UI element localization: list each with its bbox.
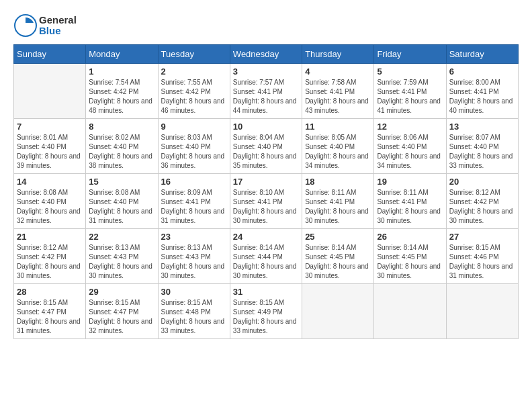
calendar-table: SundayMondayTuesdayWednesdayThursdayFrid…: [13, 44, 519, 339]
calendar-cell: [14, 64, 86, 119]
calendar-cell: 25Sunrise: 8:14 AMSunset: 4:45 PMDayligh…: [302, 229, 374, 284]
day-number: 6: [449, 66, 515, 77]
day-of-week-header: Monday: [86, 45, 158, 64]
day-info: Sunrise: 8:14 AMSunset: 4:45 PMDaylight:…: [305, 243, 371, 281]
calendar-cell: 21Sunrise: 8:12 AMSunset: 4:42 PMDayligh…: [14, 229, 86, 284]
calendar-cell: 5Sunrise: 7:59 AMSunset: 4:41 PMDaylight…: [374, 64, 446, 119]
calendar-week-row: 7Sunrise: 8:01 AMSunset: 4:40 PMDaylight…: [14, 119, 519, 174]
day-number: 8: [89, 122, 154, 132]
day-number: 11: [305, 122, 371, 132]
day-info: Sunrise: 8:14 AMSunset: 4:45 PMDaylight:…: [377, 243, 443, 281]
day-info: Sunrise: 8:15 AMSunset: 4:47 PMDaylight:…: [89, 298, 154, 336]
day-info: Sunrise: 8:13 AMSunset: 4:43 PMDaylight:…: [161, 243, 227, 281]
day-number: 20: [449, 177, 515, 187]
day-number: 28: [17, 287, 83, 297]
day-of-week-header: Saturday: [446, 45, 518, 64]
logo-blue: Blue: [39, 26, 77, 37]
day-info: Sunrise: 8:10 AMSunset: 4:41 PMDaylight:…: [233, 188, 299, 226]
day-info: Sunrise: 7:55 AMSunset: 4:42 PMDaylight:…: [161, 78, 227, 116]
calendar-cell: 16Sunrise: 8:09 AMSunset: 4:41 PMDayligh…: [158, 174, 230, 229]
day-number: 2: [161, 66, 227, 77]
day-number: 3: [233, 66, 299, 77]
day-number: 29: [89, 287, 154, 297]
calendar-cell: 14Sunrise: 8:08 AMSunset: 4:40 PMDayligh…: [14, 174, 86, 229]
day-info: Sunrise: 8:02 AMSunset: 4:40 PMDaylight:…: [89, 133, 154, 171]
day-number: 10: [233, 122, 299, 132]
day-number: 17: [233, 177, 299, 187]
day-number: 15: [89, 177, 154, 187]
day-info: Sunrise: 8:11 AMSunset: 4:41 PMDaylight:…: [377, 188, 443, 226]
calendar-week-row: 1Sunrise: 7:54 AMSunset: 4:42 PMDaylight…: [14, 64, 519, 119]
day-info: Sunrise: 8:15 AMSunset: 4:46 PMDaylight:…: [449, 243, 515, 281]
calendar-week-row: 14Sunrise: 8:08 AMSunset: 4:40 PMDayligh…: [14, 174, 519, 229]
calendar-cell: 8Sunrise: 8:02 AMSunset: 4:40 PMDaylight…: [86, 119, 158, 174]
day-info: Sunrise: 7:59 AMSunset: 4:41 PMDaylight:…: [377, 78, 443, 116]
day-number: 1: [89, 66, 154, 77]
calendar-week-row: 21Sunrise: 8:12 AMSunset: 4:42 PMDayligh…: [14, 229, 519, 284]
day-info: Sunrise: 7:58 AMSunset: 4:41 PMDaylight:…: [305, 78, 371, 116]
calendar-body: 1Sunrise: 7:54 AMSunset: 4:42 PMDaylight…: [14, 64, 519, 339]
calendar-cell: 19Sunrise: 8:11 AMSunset: 4:41 PMDayligh…: [374, 174, 446, 229]
day-info: Sunrise: 8:07 AMSunset: 4:40 PMDaylight:…: [449, 133, 515, 171]
day-info: Sunrise: 8:09 AMSunset: 4:41 PMDaylight:…: [161, 188, 227, 226]
calendar-cell: 18Sunrise: 8:11 AMSunset: 4:41 PMDayligh…: [302, 174, 374, 229]
logo: General Blue: [13, 13, 77, 38]
day-of-week-header: Friday: [374, 45, 446, 64]
day-number: 5: [377, 66, 443, 77]
day-info: Sunrise: 8:12 AMSunset: 4:42 PMDaylight:…: [17, 243, 83, 281]
day-info: Sunrise: 8:15 AMSunset: 4:49 PMDaylight:…: [233, 298, 299, 336]
day-number: 25: [305, 232, 371, 242]
day-info: Sunrise: 8:08 AMSunset: 4:40 PMDaylight:…: [89, 188, 154, 226]
day-number: 4: [305, 66, 371, 77]
day-number: 26: [377, 232, 443, 242]
logo-text: General Blue: [39, 15, 77, 37]
day-info: Sunrise: 8:00 AMSunset: 4:41 PMDaylight:…: [449, 78, 515, 116]
day-info: Sunrise: 8:12 AMSunset: 4:42 PMDaylight:…: [449, 188, 515, 226]
calendar-cell: 7Sunrise: 8:01 AMSunset: 4:40 PMDaylight…: [14, 119, 86, 174]
calendar-cell: 1Sunrise: 7:54 AMSunset: 4:42 PMDaylight…: [86, 64, 158, 119]
day-info: Sunrise: 8:08 AMSunset: 4:40 PMDaylight:…: [17, 188, 83, 226]
calendar-week-row: 28Sunrise: 8:15 AMSunset: 4:47 PMDayligh…: [14, 284, 519, 339]
calendar-cell: 24Sunrise: 8:14 AMSunset: 4:44 PMDayligh…: [230, 229, 302, 284]
day-number: 24: [233, 232, 299, 242]
page-header: General Blue: [13, 13, 519, 38]
calendar-cell: 10Sunrise: 8:04 AMSunset: 4:40 PMDayligh…: [230, 119, 302, 174]
day-info: Sunrise: 8:06 AMSunset: 4:40 PMDaylight:…: [377, 133, 443, 171]
day-number: 22: [89, 232, 154, 242]
day-number: 7: [17, 122, 83, 132]
day-number: 30: [161, 287, 227, 297]
calendar-cell: 3Sunrise: 7:57 AMSunset: 4:41 PMDaylight…: [230, 64, 302, 119]
calendar-cell: 30Sunrise: 8:15 AMSunset: 4:48 PMDayligh…: [158, 284, 230, 339]
day-info: Sunrise: 8:01 AMSunset: 4:40 PMDaylight:…: [17, 133, 83, 171]
day-number: 13: [449, 122, 515, 132]
calendar-cell: 2Sunrise: 7:55 AMSunset: 4:42 PMDaylight…: [158, 64, 230, 119]
calendar-cell: [302, 284, 374, 339]
calendar-cell: 20Sunrise: 8:12 AMSunset: 4:42 PMDayligh…: [446, 174, 518, 229]
calendar-cell: [374, 284, 446, 339]
calendar-cell: 13Sunrise: 8:07 AMSunset: 4:40 PMDayligh…: [446, 119, 518, 174]
day-number: 21: [17, 232, 83, 242]
calendar-cell: 29Sunrise: 8:15 AMSunset: 4:47 PMDayligh…: [86, 284, 158, 339]
day-number: 16: [161, 177, 227, 187]
day-number: 27: [449, 232, 515, 242]
day-info: Sunrise: 8:14 AMSunset: 4:44 PMDaylight:…: [233, 243, 299, 281]
calendar-cell: 15Sunrise: 8:08 AMSunset: 4:40 PMDayligh…: [86, 174, 158, 229]
logo-general: General: [39, 15, 77, 26]
day-info: Sunrise: 8:13 AMSunset: 4:43 PMDaylight:…: [89, 243, 154, 281]
day-info: Sunrise: 8:11 AMSunset: 4:41 PMDaylight:…: [305, 188, 371, 226]
calendar-cell: 12Sunrise: 8:06 AMSunset: 4:40 PMDayligh…: [374, 119, 446, 174]
day-number: 23: [161, 232, 227, 242]
day-of-week-header: Sunday: [14, 45, 86, 64]
day-number: 14: [17, 177, 83, 187]
calendar-cell: 23Sunrise: 8:13 AMSunset: 4:43 PMDayligh…: [158, 229, 230, 284]
calendar-cell: 26Sunrise: 8:14 AMSunset: 4:45 PMDayligh…: [374, 229, 446, 284]
calendar-cell: 31Sunrise: 8:15 AMSunset: 4:49 PMDayligh…: [230, 284, 302, 339]
calendar-cell: 4Sunrise: 7:58 AMSunset: 4:41 PMDaylight…: [302, 64, 374, 119]
calendar-cell: 22Sunrise: 8:13 AMSunset: 4:43 PMDayligh…: [86, 229, 158, 284]
day-info: Sunrise: 8:15 AMSunset: 4:47 PMDaylight:…: [17, 298, 83, 336]
day-of-week-header: Tuesday: [158, 45, 230, 64]
calendar-cell: 6Sunrise: 8:00 AMSunset: 4:41 PMDaylight…: [446, 64, 518, 119]
day-info: Sunrise: 8:15 AMSunset: 4:48 PMDaylight:…: [161, 298, 227, 336]
calendar-cell: 9Sunrise: 8:03 AMSunset: 4:40 PMDaylight…: [158, 119, 230, 174]
day-info: Sunrise: 7:57 AMSunset: 4:41 PMDaylight:…: [233, 78, 299, 116]
